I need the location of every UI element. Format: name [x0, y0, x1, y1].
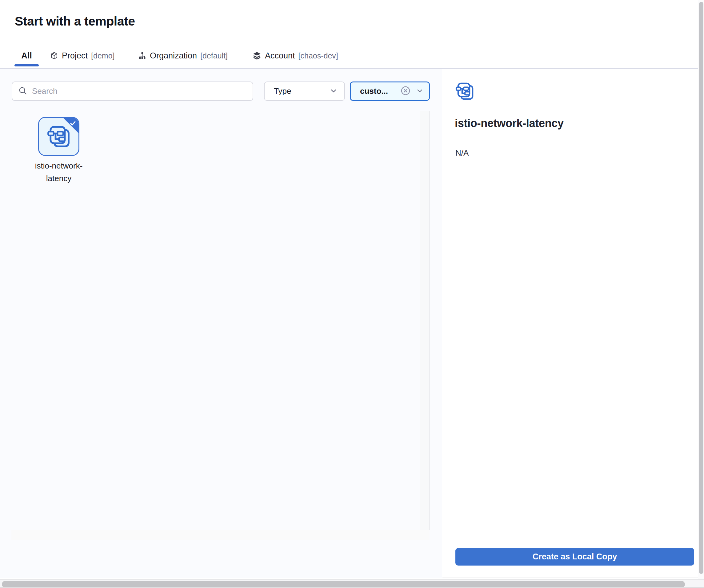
template-card-istio-network-latency[interactable] — [38, 117, 79, 156]
tab-project-scope: [demo] — [91, 51, 114, 60]
tab-account[interactable]: Account [chaos-dev] — [252, 47, 338, 65]
search-icon — [18, 86, 28, 97]
page-title: Start with a template — [15, 14, 135, 28]
layers-icon — [252, 51, 261, 60]
clear-filter-icon[interactable] — [400, 85, 411, 97]
tab-project-label: Project — [62, 51, 88, 61]
template-card-label: istio-network-latency — [27, 159, 91, 185]
template-browser-panel: Type custo... — [0, 69, 442, 578]
tab-organization-label: Organization — [150, 51, 197, 61]
tab-account-scope: [chaos-dev] — [298, 51, 338, 60]
tab-account-label: Account — [265, 51, 295, 61]
template-grid-footer — [11, 530, 429, 540]
template-details-title: istio-network-latency — [455, 117, 564, 130]
type-filter-label: Type — [274, 86, 329, 96]
tab-organization-scope: [default] — [200, 51, 228, 60]
cube-icon — [50, 51, 58, 60]
template-details-description: N/A — [455, 148, 469, 158]
window-bottom-edge — [0, 587, 704, 588]
tab-all[interactable]: All — [14, 47, 39, 65]
search-field[interactable] — [12, 81, 253, 101]
create-as-local-copy-button[interactable]: Create as Local Copy — [455, 548, 694, 566]
chevron-down-icon — [415, 86, 424, 96]
vertical-scrollbar-thumb[interactable] — [699, 2, 703, 574]
template-icon — [455, 82, 475, 103]
active-filter-label: custo... — [360, 86, 400, 96]
active-tab-indicator — [14, 64, 39, 66]
tab-project[interactable]: Project [demo] — [50, 47, 114, 65]
active-filter-dropdown[interactable]: custo... — [350, 81, 430, 101]
tab-all-label: All — [21, 51, 32, 61]
checkmark-icon — [69, 120, 76, 128]
hierarchy-icon — [138, 51, 146, 60]
tab-organization[interactable]: Organization [default] — [138, 47, 228, 65]
template-grid-scrollbar-track[interactable] — [420, 111, 429, 530]
template-details-panel: istio-network-latency N/A Create as Loca… — [443, 69, 698, 578]
type-filter-dropdown[interactable]: Type — [264, 81, 345, 101]
search-input[interactable] — [32, 86, 247, 96]
chevron-down-icon — [329, 86, 338, 96]
